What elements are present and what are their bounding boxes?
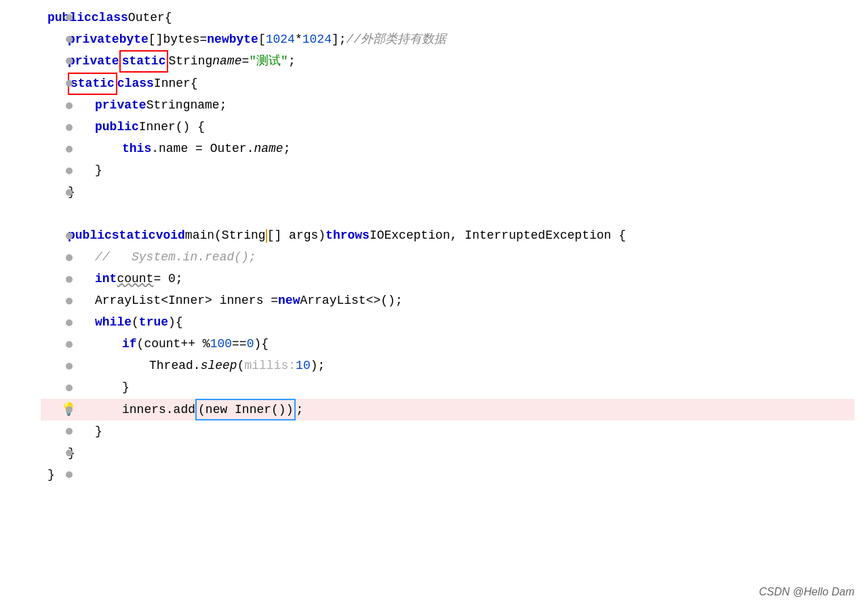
while-cond: ( <box>132 313 139 332</box>
gutter-16 <box>41 341 78 348</box>
inners-add: inners.add <box>122 400 195 420</box>
kw-true: true <box>139 313 168 332</box>
num-1024-1: 1024 <box>266 30 295 50</box>
type-arraylist: ArrayList<Inner> inners = <box>95 291 278 311</box>
gutter-14 <box>41 298 78 304</box>
equals-1: = <box>199 30 207 50</box>
code-line-9: } <box>41 182 854 203</box>
if-close: ){ <box>254 334 269 354</box>
gutter-9 <box>41 189 78 196</box>
code-line-6: public Inner() { <box>41 117 854 138</box>
code-line-13: int count = 0; <box>41 269 854 290</box>
add-arg-boxed: (new Inner()) <box>195 399 296 421</box>
gutter-20 <box>41 428 78 435</box>
bracket-close: ]; <box>332 30 347 50</box>
bracket-size: [ <box>258 30 266 50</box>
type-string-1: String <box>168 52 212 71</box>
gutter-18 <box>41 385 78 391</box>
count-assign: = 0; <box>153 269 182 289</box>
gutter-8 <box>41 168 78 174</box>
gutter-19 <box>41 406 78 413</box>
var-count: count <box>117 269 153 289</box>
bracket: [] <box>149 30 163 50</box>
code-line-19: 💡 inners.add (new Inner()) ; <box>41 399 854 421</box>
class-name-outer: Outer{ <box>128 8 172 28</box>
kw-class-2: class <box>117 74 154 94</box>
kw-void: void <box>156 226 185 245</box>
dot-name: .name = Outer. <box>151 139 254 159</box>
code-line-20: } <box>41 420 854 442</box>
code-line-21: } <box>41 442 854 464</box>
gutter-4 <box>41 80 78 87</box>
kw-private-3: private <box>95 96 146 115</box>
code-line-7: this .name = Outer. name ; <box>41 138 854 160</box>
code-line-4: static class Inner{ <box>41 73 854 95</box>
code-line-11: public static void main(String [] args) … <box>41 225 854 247</box>
gutter-22 <box>41 471 78 478</box>
close-brace-4: } <box>95 422 102 441</box>
code-line-10 <box>41 203 854 225</box>
string-value: "测试" <box>249 52 288 71</box>
gutter-3 <box>41 58 78 64</box>
gutter-6 <box>41 124 78 131</box>
code-line-17: Thread. sleep ( millis: 10 ); <box>41 355 854 377</box>
code-line-18: } <box>41 377 854 399</box>
method-main: main(String <box>185 226 266 245</box>
gutter-21 <box>41 450 78 456</box>
code-line-14: ArrayList<Inner> inners = new ArrayList<… <box>41 290 854 312</box>
param-millis: millis: <box>244 356 296 376</box>
method-sleep: sleep <box>201 356 237 376</box>
num-100: 100 <box>210 334 232 354</box>
type-byte: byte <box>119 30 149 50</box>
code-line-1: public class Outer{ <box>41 7 854 28</box>
semicolon-2: ; <box>283 139 291 159</box>
var-bytes: bytes <box>163 30 199 50</box>
semicolon-1: ; <box>288 52 296 71</box>
gutter-2 <box>41 36 78 43</box>
if-cond: (count++ % <box>137 334 210 354</box>
kw-if: if <box>122 334 137 354</box>
gutter-7 <box>41 146 78 153</box>
close-brace-3: } <box>122 378 130 397</box>
var-name-italic-2: name <box>254 139 283 159</box>
type-string-2: String <box>146 96 191 115</box>
code-line-5: private String name; <box>41 95 854 117</box>
kw-while: while <box>95 313 132 332</box>
gutter-11 <box>41 233 78 239</box>
num-10: 10 <box>296 356 311 376</box>
kw-static-3: static <box>112 226 156 245</box>
semicolon-add: ; <box>296 400 303 420</box>
method-inner: Inner() { <box>139 117 205 137</box>
gutter-5 <box>41 102 78 109</box>
sleep-paren: ( <box>237 356 245 376</box>
code-line-2: private byte [] bytes = new byte [ 1024 … <box>41 28 854 50</box>
gutter-15 <box>41 319 78 326</box>
while-open: ){ <box>168 313 183 332</box>
num-1024-2: 1024 <box>302 30 332 50</box>
sleep-close: ); <box>311 356 326 376</box>
exception-1: IOException, InterruptedException { <box>370 226 626 245</box>
op-multiply: * <box>295 30 302 50</box>
code-line-8: } <box>41 160 854 182</box>
code-line-16: if (count++ % 100 == 0 ){ <box>41 334 854 355</box>
num-0: 0 <box>247 334 254 354</box>
watermark: CSDN @Hello Dam <box>759 583 854 601</box>
var-name-2: name; <box>190 96 226 115</box>
kw-int: int <box>95 269 117 289</box>
comment-outer-data: //外部类持有数据 <box>347 30 447 50</box>
gutter-12 <box>41 254 78 261</box>
var-name-italic: name <box>212 52 241 71</box>
spaces-eq: = <box>241 52 249 71</box>
kw-static-boxed: static <box>119 50 169 73</box>
code-line-12: // System.in.read(); <box>41 247 854 269</box>
if-eq: == <box>232 334 247 354</box>
code-line-3: private static String name = "测试" ; <box>41 50 854 73</box>
thread-sleep: Thread. <box>149 356 201 376</box>
arraylist-init: ArrayList<>(); <box>300 291 402 311</box>
kw-public-2: public <box>95 117 139 137</box>
gutter-13 <box>41 276 78 283</box>
kw-new-1: new <box>207 30 229 50</box>
gutter-1 <box>41 14 78 21</box>
kw-throws: throws <box>326 226 370 245</box>
close-brace-1: } <box>95 161 102 180</box>
